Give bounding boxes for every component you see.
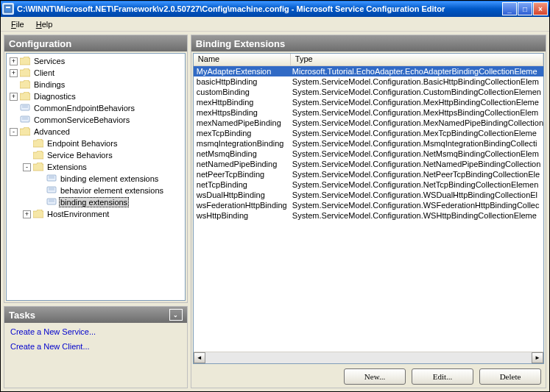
- configuration-tree[interactable]: +Services+ClientBindings+DiagnosticsComm…: [6, 53, 186, 301]
- tree-item[interactable]: CommonServiceBehaviors: [8, 114, 183, 126]
- folder-icon: [20, 92, 30, 101]
- tree-spacer: [36, 187, 44, 195]
- menu-bar: File Help: [1, 17, 549, 32]
- tree-item[interactable]: CommonEndpointBehaviors: [8, 102, 183, 114]
- title-bar: C:\WINNT\Microsoft.NET\Framework\v2.0.50…: [1, 1, 549, 17]
- list-item[interactable]: MyAdapterExtensionMicrosoft.Tutorial.Ech…: [194, 66, 543, 76]
- tree-item[interactable]: -Advanced: [8, 126, 183, 138]
- tree-item[interactable]: binding extensions: [8, 196, 183, 208]
- list-item[interactable]: customBindingSystem.ServiceModel.Configu…: [194, 87, 543, 97]
- binding-extensions-panel: Binding Extensions Name Type MyAdapterEx…: [191, 35, 546, 388]
- list-item[interactable]: mexTcpBindingSystem.ServiceModel.Configu…: [194, 128, 543, 138]
- scroll-right-icon[interactable]: ►: [532, 352, 543, 363]
- list-cell-name: basicHttpBinding: [194, 76, 291, 87]
- tree-item-label[interactable]: Services: [32, 57, 66, 65]
- tree-item[interactable]: binding element extensions: [8, 173, 183, 185]
- list-cell-type: System.ServiceModel.Configuration.WSDual…: [291, 190, 543, 200]
- tree-item-label[interactable]: CommonEndpointBehaviors: [32, 104, 136, 113]
- tree-spacer: [36, 199, 44, 207]
- folder-icon: [33, 139, 43, 148]
- folder-icon: [20, 68, 30, 77]
- tree-item[interactable]: +Services: [8, 55, 183, 67]
- folder-icon: [20, 57, 30, 65]
- list-item[interactable]: mexHttpBindingSystem.ServiceModel.Config…: [194, 97, 543, 107]
- list-cell-type: System.ServiceModel.Configuration.WSFede…: [291, 200, 543, 210]
- expand-icon[interactable]: +: [10, 93, 18, 101]
- tree-item-label[interactable]: Service Behaviors: [46, 151, 114, 160]
- collapse-icon[interactable]: ⌄: [169, 309, 183, 321]
- list-cell-type: System.ServiceModel.Configuration.MexTcp…: [291, 128, 543, 138]
- tree-spacer: [10, 104, 18, 113]
- tree-item-label[interactable]: binding extensions: [59, 197, 129, 207]
- list-item[interactable]: msmqIntegrationBindingSystem.ServiceMode…: [194, 138, 543, 149]
- file-icon: [46, 198, 57, 207]
- tree-item[interactable]: +HostEnvironment: [8, 208, 183, 220]
- tree-item[interactable]: -Extensions: [8, 161, 183, 173]
- configuration-header: Configuration: [9, 38, 71, 49]
- expand-icon[interactable]: +: [10, 57, 18, 65]
- minimize-button[interactable]: _: [502, 2, 517, 15]
- tree-item-label[interactable]: Diagnostics: [32, 92, 77, 101]
- list-item[interactable]: mexNamedPipeBindingSystem.ServiceModel.C…: [194, 118, 543, 128]
- extensions-list[interactable]: Name Type MyAdapterExtensionMicrosoft.Tu…: [193, 53, 544, 364]
- list-cell-name: mexTcpBinding: [194, 128, 291, 138]
- list-item[interactable]: netMsmqBindingSystem.ServiceModel.Config…: [194, 149, 543, 159]
- tree-item-label[interactable]: Endpoint Behaviors: [46, 139, 119, 148]
- list-item[interactable]: wsDualHttpBindingSystem.ServiceModel.Con…: [194, 190, 543, 200]
- column-type[interactable]: Type: [291, 54, 543, 65]
- expand-icon[interactable]: +: [23, 210, 31, 218]
- list-item[interactable]: netPeerTcpBindingSystem.ServiceModel.Con…: [194, 169, 543, 179]
- delete-button[interactable]: Delete: [479, 368, 541, 385]
- list-cell-type: System.ServiceModel.Configuration.NetTcp…: [291, 179, 543, 190]
- folder-icon: [33, 210, 43, 218]
- tree-item-label[interactable]: Extensions: [46, 163, 88, 171]
- task-link[interactable]: Create a New Client...: [10, 342, 181, 351]
- list-item[interactable]: netTcpBindingSystem.ServiceModel.Configu…: [194, 179, 543, 190]
- tree-spacer: [23, 152, 31, 160]
- scroll-left-icon[interactable]: ◄: [194, 352, 205, 363]
- list-cell-type: System.ServiceModel.Configuration.NetNam…: [291, 159, 543, 169]
- menu-help[interactable]: Help: [30, 18, 59, 30]
- list-item[interactable]: mexHttpsBindingSystem.ServiceModel.Confi…: [194, 107, 543, 118]
- new-button[interactable]: New...: [344, 368, 406, 385]
- tree-item[interactable]: +Client: [8, 67, 183, 79]
- menu-file[interactable]: File: [5, 18, 30, 30]
- tree-item-label[interactable]: behavior element extensions: [59, 186, 165, 195]
- tree-spacer: [36, 175, 44, 183]
- collapse-icon[interactable]: -: [10, 128, 18, 136]
- list-cell-type: System.ServiceModel.Configuration.MsmqIn…: [291, 138, 543, 149]
- tree-item-label[interactable]: HostEnvironment: [46, 210, 110, 218]
- maximize-button[interactable]: □: [518, 2, 532, 15]
- tree-item[interactable]: Bindings: [8, 79, 183, 90]
- horizontal-scrollbar[interactable]: ◄ ►: [194, 352, 543, 363]
- list-cell-name: netPeerTcpBinding: [194, 169, 291, 179]
- tasks-panel: Tasks ⌄ Create a New Service...Create a …: [4, 306, 188, 388]
- list-cell-type: System.ServiceModel.Configuration.WSHttp…: [291, 210, 543, 221]
- list-item[interactable]: netNamedPipeBindingSystem.ServiceModel.C…: [194, 159, 543, 169]
- list-cell-name: netMsmqBinding: [194, 149, 291, 159]
- edit-button[interactable]: Edit...: [412, 368, 473, 385]
- file-icon: [46, 186, 57, 195]
- list-cell-type: System.ServiceModel.Configuration.NetMsm…: [291, 149, 543, 159]
- collapse-icon[interactable]: -: [23, 163, 31, 171]
- list-cell-type: System.ServiceModel.Configuration.MexNam…: [291, 118, 543, 128]
- list-item[interactable]: wsHttpBindingSystem.ServiceModel.Configu…: [194, 210, 543, 221]
- tree-item[interactable]: +Diagnostics: [8, 90, 183, 102]
- list-item[interactable]: basicHttpBindingSystem.ServiceModel.Conf…: [194, 76, 543, 87]
- tree-item[interactable]: Service Behaviors: [8, 149, 183, 161]
- file-icon: [20, 115, 30, 124]
- list-cell-name: netNamedPipeBinding: [194, 159, 291, 169]
- list-item[interactable]: wsFederationHttpBindingSystem.ServiceMod…: [194, 200, 543, 210]
- expand-icon[interactable]: +: [10, 69, 18, 77]
- tree-item-label[interactable]: Client: [32, 68, 56, 77]
- tree-item-label[interactable]: Advanced: [32, 127, 71, 136]
- column-name[interactable]: Name: [194, 54, 291, 65]
- list-cell-type: Microsoft.Tutorial.EchoAdapter.EchoAdapt…: [291, 66, 543, 76]
- tree-item-label[interactable]: CommonServiceBehaviors: [32, 115, 131, 124]
- tree-item[interactable]: Endpoint Behaviors: [8, 138, 183, 149]
- tree-item[interactable]: behavior element extensions: [8, 185, 183, 196]
- close-button[interactable]: ×: [533, 2, 548, 15]
- tree-item-label[interactable]: Bindings: [32, 80, 66, 89]
- tree-item-label[interactable]: binding element extensions: [59, 174, 160, 183]
- task-link[interactable]: Create a New Service...: [10, 327, 181, 336]
